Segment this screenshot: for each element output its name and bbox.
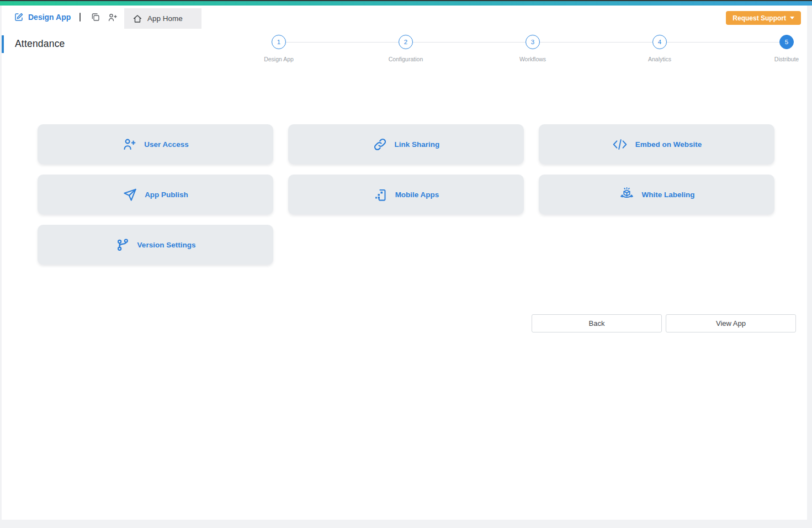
design-app-button[interactable]: Design App	[14, 12, 71, 22]
card-label: White Labeling	[642, 191, 695, 199]
card-label: Embed on Website	[635, 140, 702, 149]
top-gradient-strip	[0, 0, 812, 6]
app-home-label: App Home	[147, 14, 183, 23]
copy-icon[interactable]	[87, 9, 104, 25]
card-label: User Access	[144, 140, 189, 149]
home-icon	[132, 14, 142, 24]
step-label: Workflows	[519, 56, 546, 62]
footer-actions: Back View App	[532, 314, 796, 332]
git-branch-icon	[115, 237, 130, 252]
card-user-access[interactable]: User Access	[38, 124, 273, 164]
step-design-app[interactable]: 1 Design App	[272, 35, 286, 49]
card-label: Mobile Apps	[395, 191, 439, 199]
step-configuration[interactable]: 2 Configuration	[399, 35, 413, 49]
page-title: Attendance	[15, 38, 65, 50]
step-connector	[540, 42, 652, 43]
card-label: Version Settings	[137, 241, 196, 249]
header-separator	[79, 13, 81, 22]
code-icon	[612, 137, 628, 152]
step-distribute[interactable]: 5 Distribute	[779, 35, 794, 49]
link-icon	[373, 137, 388, 152]
card-link-sharing[interactable]: Link Sharing	[288, 124, 524, 164]
step-circle[interactable]: 2	[399, 35, 413, 49]
view-app-button[interactable]: View App	[666, 314, 796, 332]
title-accent-bar	[2, 35, 4, 53]
step-label: Distribute	[774, 56, 799, 62]
step-circle[interactable]: 1	[272, 35, 286, 49]
mobile-icon	[373, 187, 388, 202]
card-embed-on-website[interactable]: Embed on Website	[539, 124, 774, 164]
card-white-labeling[interactable]: White Labeling	[539, 175, 774, 214]
card-label: Link Sharing	[395, 140, 440, 149]
request-support-button[interactable]: Request Support	[726, 11, 801, 25]
add-user-icon[interactable]	[104, 9, 120, 25]
white-label-icon	[619, 187, 635, 203]
edit-icon	[14, 12, 24, 22]
user-plus-icon	[122, 137, 137, 152]
step-connector	[413, 42, 526, 43]
paper-plane-icon	[123, 187, 137, 202]
main-sheet: Design App	[2, 6, 807, 520]
card-mobile-apps[interactable]: Mobile Apps	[288, 175, 524, 214]
stepper: 1 Design App 2 Configuration 3 Workflows…	[272, 35, 794, 68]
step-label: Analytics	[648, 56, 671, 62]
back-button[interactable]: Back	[532, 314, 662, 332]
design-app-label: Design App	[28, 13, 71, 22]
card-version-settings[interactable]: Version Settings	[38, 225, 273, 265]
step-workflows[interactable]: 3 Workflows	[526, 35, 540, 49]
step-analytics[interactable]: 4 Analytics	[652, 35, 667, 49]
step-label: Design App	[264, 56, 294, 62]
step-label: Configuration	[389, 56, 423, 62]
chevron-down-icon	[790, 17, 794, 19]
tab-app-home[interactable]: App Home	[124, 8, 201, 29]
step-connector	[286, 42, 399, 43]
card-label: App Publish	[145, 191, 188, 199]
step-connector	[667, 42, 779, 43]
distribute-options-grid: User Access Link Sharing Embed on Websit…	[38, 124, 774, 265]
step-circle[interactable]: 3	[526, 35, 540, 49]
step-circle[interactable]: 5	[779, 35, 794, 49]
header-bar: Design App	[2, 6, 807, 29]
card-app-publish[interactable]: App Publish	[38, 175, 273, 214]
request-support-label: Request Support	[733, 14, 786, 22]
step-circle[interactable]: 4	[652, 35, 667, 49]
